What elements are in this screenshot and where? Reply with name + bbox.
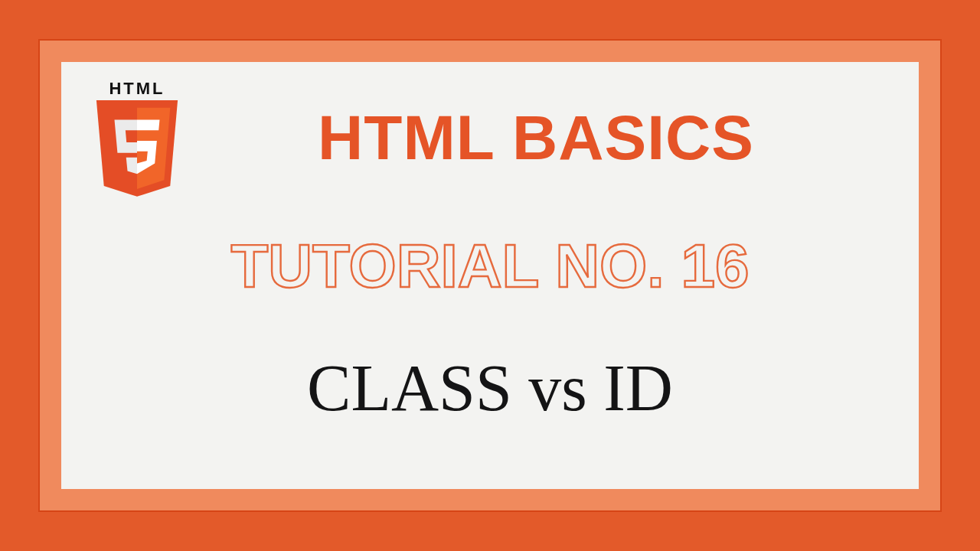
inner-panel: HTML 5 HTML BASICS TUTORIAL NO. 16 CLASS… [61,62,919,489]
main-title: HTML BASICS [184,102,888,174]
subtitle-row: TUTORIAL NO. 16 [92,232,888,305]
outer-frame: HTML 5 HTML BASICS TUTORIAL NO. 16 CLASS… [38,39,942,512]
subtitle-text: TUTORIAL NO. 16 [145,232,835,302]
logo-label: HTML [87,79,187,99]
svg-text:TUTORIAL NO. 16: TUTORIAL NO. 16 [230,232,749,300]
html5-logo: HTML 5 [87,79,187,203]
html5-shield-icon: 5 [92,100,182,203]
topic-text: CLASS vs ID [92,350,888,426]
